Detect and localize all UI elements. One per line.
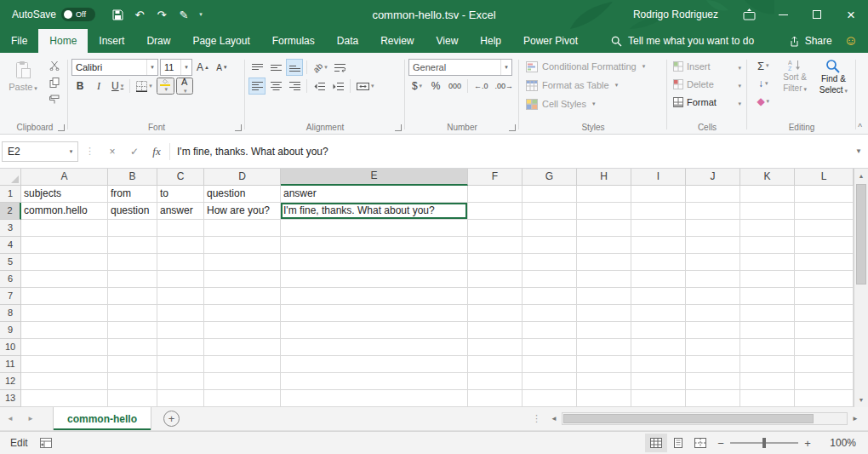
tab-file[interactable]: File: [0, 29, 38, 53]
row-header-1[interactable]: 1: [0, 186, 21, 203]
align-center-button[interactable]: [267, 78, 284, 95]
vertical-scroll-thumb[interactable]: [856, 184, 866, 284]
cell-B10[interactable]: [108, 339, 157, 356]
collapse-ribbon-button[interactable]: ^: [858, 123, 862, 132]
clipboard-dialog-launcher[interactable]: [58, 124, 65, 131]
formula-input[interactable]: I'm fine, thanks. What about you?: [172, 141, 851, 162]
cell-H4[interactable]: [577, 237, 631, 254]
cell-E3[interactable]: [281, 220, 468, 237]
cell-I6[interactable]: [631, 271, 686, 288]
cell-D7[interactable]: [204, 288, 281, 305]
cell-B12[interactable]: [108, 373, 157, 390]
cell-G9[interactable]: [523, 322, 577, 339]
font-dialog-launcher[interactable]: [235, 124, 242, 131]
cell-G8[interactable]: [523, 305, 577, 322]
cell-I5[interactable]: [631, 254, 686, 271]
tab-help[interactable]: Help: [469, 29, 512, 53]
font-size-combo[interactable]: 11▾: [160, 59, 192, 76]
cell-A4[interactable]: [21, 237, 108, 254]
underline-button[interactable]: U: [109, 78, 126, 95]
cell-K13[interactable]: [740, 390, 795, 407]
format-cells-button[interactable]: Format: [671, 93, 744, 111]
cell-D10[interactable]: [204, 339, 281, 356]
cell-F12[interactable]: [468, 373, 523, 390]
cell-B4[interactable]: [108, 237, 157, 254]
cell-E11[interactable]: [281, 356, 468, 373]
cell-L7[interactable]: [795, 288, 854, 305]
cell-B11[interactable]: [108, 356, 157, 373]
cell-J3[interactable]: [686, 220, 740, 237]
cell-A11[interactable]: [21, 356, 108, 373]
feedback-smiley-icon[interactable]: ☺: [842, 29, 868, 53]
increase-decimal-button[interactable]: ←.0: [471, 78, 491, 95]
cell-F2[interactable]: [468, 203, 523, 220]
row-header-8[interactable]: 8: [0, 305, 21, 322]
cell-K8[interactable]: [740, 305, 795, 322]
share-button[interactable]: Share: [779, 29, 842, 53]
cell-F1[interactable]: [468, 186, 523, 203]
cell-C7[interactable]: [157, 288, 204, 305]
tab-scrollbar-divider[interactable]: ⋮: [527, 413, 546, 424]
row-header-9[interactable]: 9: [0, 322, 21, 339]
cell-L3[interactable]: [795, 220, 854, 237]
cell-H2[interactable]: [577, 203, 631, 220]
cell-B1[interactable]: from: [108, 186, 157, 203]
column-header-J[interactable]: J: [686, 169, 740, 186]
shrink-font-button[interactable]: A▼: [214, 59, 231, 76]
format-painter-button[interactable]: [44, 91, 65, 107]
cell-E4[interactable]: [281, 237, 468, 254]
cell-D9[interactable]: [204, 322, 281, 339]
autosum-button[interactable]: Σ: [751, 57, 776, 74]
cell-F7[interactable]: [468, 288, 523, 305]
cell-I1[interactable]: [631, 186, 686, 203]
cell-F9[interactable]: [468, 322, 523, 339]
row-header-4[interactable]: 4: [0, 237, 21, 254]
new-sheet-button[interactable]: +: [163, 411, 180, 427]
cell-F3[interactable]: [468, 220, 523, 237]
bottom-align-button[interactable]: [286, 59, 303, 76]
cell-I11[interactable]: [631, 356, 686, 373]
cell-I3[interactable]: [631, 220, 686, 237]
cell-D8[interactable]: [204, 305, 281, 322]
row-header-3[interactable]: 3: [0, 220, 21, 237]
cell-K9[interactable]: [740, 322, 795, 339]
cell-C1[interactable]: to: [157, 186, 204, 203]
cell-C4[interactable]: [157, 237, 204, 254]
cell-F4[interactable]: [468, 237, 523, 254]
page-layout-view-button[interactable]: [667, 434, 689, 452]
cell-A3[interactable]: [21, 220, 108, 237]
cell-G3[interactable]: [523, 220, 577, 237]
cell-E2[interactable]: I'm fine, thanks. What about you?: [281, 203, 468, 220]
decrease-indent-button[interactable]: [311, 78, 328, 95]
cell-G12[interactable]: [523, 373, 577, 390]
cell-E5[interactable]: [281, 254, 468, 271]
row-header-6[interactable]: 6: [0, 271, 21, 288]
wrap-text-button[interactable]: [332, 59, 349, 76]
cell-H9[interactable]: [577, 322, 631, 339]
cell-H8[interactable]: [577, 305, 631, 322]
cell-J8[interactable]: [686, 305, 740, 322]
vertical-scroll-track[interactable]: [854, 285, 868, 393]
row-header-5[interactable]: 5: [0, 254, 21, 271]
cell-C9[interactable]: [157, 322, 204, 339]
cell-I9[interactable]: [631, 322, 686, 339]
cell-A13[interactable]: [21, 390, 108, 407]
cell-C10[interactable]: [157, 339, 204, 356]
bold-button[interactable]: B: [71, 78, 89, 95]
insert-function-button[interactable]: fx: [146, 141, 168, 162]
zoom-out-button[interactable]: −: [711, 437, 730, 450]
row-header-12[interactable]: 12: [0, 373, 21, 390]
cell-D12[interactable]: [204, 373, 281, 390]
normal-view-button[interactable]: [645, 434, 667, 452]
alignment-dialog-launcher[interactable]: [395, 124, 402, 131]
cell-C3[interactable]: [157, 220, 204, 237]
column-header-E[interactable]: E: [281, 169, 468, 186]
cell-H1[interactable]: [577, 186, 631, 203]
cell-A2[interactable]: common.hello: [21, 203, 108, 220]
cell-L2[interactable]: [795, 203, 854, 220]
pen-mode-button[interactable]: ✎: [174, 3, 194, 26]
cut-button[interactable]: [44, 57, 65, 73]
cell-H10[interactable]: [577, 339, 631, 356]
cell-D2[interactable]: How are you?: [204, 203, 281, 220]
cell-F6[interactable]: [468, 271, 523, 288]
